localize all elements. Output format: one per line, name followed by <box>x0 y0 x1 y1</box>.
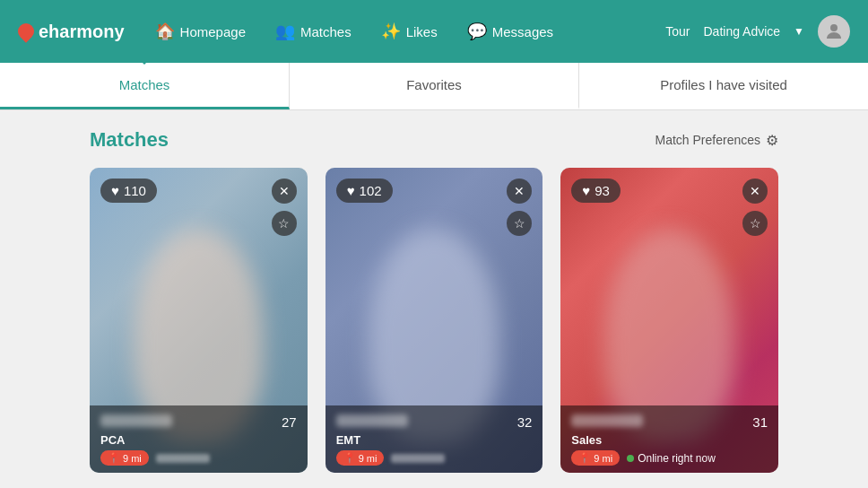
subnav-arrow <box>137 57 152 65</box>
likes-icon: ✨ <box>381 22 401 41</box>
nav-label-messages: Messages <box>492 24 553 39</box>
heart-icon-1: ♥ <box>111 183 119 198</box>
subnav-tab-visited[interactable]: Profiles I have visited <box>579 63 868 109</box>
logo[interactable]: eharmony <box>18 22 125 42</box>
tour-link[interactable]: Tour <box>665 24 690 39</box>
card-footer-1: 📍 9 mi <box>100 450 297 466</box>
location-mi-3: 9 mi <box>594 453 612 464</box>
main-nav: 🏠 Homepage 👥 Matches ✨ Likes 💬 Messages <box>152 14 558 48</box>
nav-label-likes: Likes <box>406 24 438 39</box>
home-icon: 🏠 <box>155 22 175 41</box>
heart-icon-3: ♥ <box>582 183 590 198</box>
subnav: Matches Favorites Profiles I have visite… <box>0 63 868 110</box>
location-badge-2: 📍 9 mi <box>336 450 385 466</box>
heart-count-3: 93 <box>595 183 610 198</box>
location-badge-3: 📍 9 mi <box>571 450 620 466</box>
card-footer-3: 📍 9 mi Online right now <box>571 450 768 466</box>
card-heart-count-3: ♥ 93 <box>571 179 621 203</box>
nav-item-homepage[interactable]: 🏠 Homepage <box>152 14 249 48</box>
card-job-2: EMT <box>336 433 533 447</box>
card-name-age-2: 32 <box>336 414 533 430</box>
card-close-btn-1[interactable]: ✕ <box>272 179 297 204</box>
location-mi-2: 9 mi <box>359 453 378 464</box>
card-job-3: Sales <box>571 433 768 447</box>
messages-icon: 💬 <box>467 22 487 41</box>
dropdown-arrow[interactable]: ▼ <box>794 25 804 38</box>
match-preferences-button[interactable]: Match Preferences ⚙ <box>655 132 779 149</box>
topbar: eharmony 🏠 Homepage 👥 Matches ✨ Likes 💬 <box>0 0 868 63</box>
match-card-3[interactable]: ♥ 93 ✕ ☆ 31 Sales 📍 9 mi Online right n <box>560 168 778 473</box>
card-age-1: 27 <box>282 414 297 430</box>
main-content: Matches Match Preferences ⚙ ♥ 110 ✕ ☆ 27… <box>0 110 868 488</box>
nav-label-homepage: Homepage <box>180 24 246 39</box>
nav-item-messages[interactable]: 💬 Messages <box>464 14 557 48</box>
filter-icon: ⚙ <box>766 132 778 149</box>
logo-icon <box>14 20 37 42</box>
logo-text: eharmony <box>39 22 125 42</box>
svg-point-0 <box>830 24 838 31</box>
location-mi-1: 9 mi <box>123 453 142 464</box>
card-name-age-3: 31 <box>571 414 768 430</box>
card-name-blur-1 <box>100 414 172 427</box>
match-card-2[interactable]: ♥ 102 ✕ ☆ 32 EMT 📍 9 mi <box>326 168 543 473</box>
card-bottom-3: 31 Sales 📍 9 mi Online right now <box>560 405 778 473</box>
match-prefs-label: Match Preferences <box>655 133 761 147</box>
card-age-3: 31 <box>752 414 768 430</box>
match-card-1[interactable]: ♥ 110 ✕ ☆ 27 PCA 📍 9 mi <box>90 168 308 473</box>
heart-icon-2: ♥ <box>347 183 355 198</box>
location-blur-2 <box>391 454 445 463</box>
topbar-left: eharmony 🏠 Homepage 👥 Matches ✨ Likes 💬 <box>18 14 557 48</box>
location-blur-1 <box>156 454 210 463</box>
card-heart-count-2: ♥ 102 <box>336 179 393 203</box>
card-heart-count-1: ♥ 110 <box>100 179 157 203</box>
nav-items: 🏠 Homepage 👥 Matches ✨ Likes 💬 Messages <box>152 14 558 48</box>
card-name-blur-2 <box>336 414 408 427</box>
card-star-btn-3[interactable]: ☆ <box>742 211 768 236</box>
heart-count-1: 110 <box>124 183 146 198</box>
heart-count-2: 102 <box>360 183 382 198</box>
online-label-3: Online right now <box>638 452 716 465</box>
subnav-tab-favorites[interactable]: Favorites <box>290 63 579 109</box>
avatar-icon <box>823 21 845 42</box>
subnav-label-visited: Profiles I have visited <box>660 77 787 92</box>
card-close-btn-3[interactable]: ✕ <box>742 179 768 204</box>
online-dot-3 <box>627 455 634 462</box>
cards-grid: ♥ 110 ✕ ☆ 27 PCA 📍 9 mi <box>90 168 778 473</box>
section-header: Matches Match Preferences ⚙ <box>90 128 778 152</box>
online-badge-3: Online right now <box>627 452 716 465</box>
subnav-label-matches: Matches <box>119 77 170 92</box>
subnav-tab-matches[interactable]: Matches <box>0 63 290 109</box>
card-name-age-1: 27 <box>100 414 297 430</box>
section-title: Matches <box>90 128 169 152</box>
card-bottom-1: 27 PCA 📍 9 mi <box>90 405 308 473</box>
matches-icon: 👥 <box>275 22 295 41</box>
location-badge-1: 📍 9 mi <box>100 450 149 466</box>
card-footer-2: 📍 9 mi <box>336 450 533 466</box>
card-bottom-2: 32 EMT 📍 9 mi <box>326 405 543 473</box>
card-age-2: 32 <box>517 414 533 430</box>
card-star-btn-1[interactable]: ☆ <box>272 211 297 236</box>
topbar-right: Tour Dating Advice ▼ <box>665 15 850 48</box>
nav-item-likes[interactable]: ✨ Likes <box>378 14 441 48</box>
card-job-1: PCA <box>100 433 297 447</box>
subnav-label-favorites: Favorites <box>406 77 462 92</box>
dating-advice-link[interactable]: Dating Advice <box>704 24 781 39</box>
card-name-blur-3 <box>571 414 643 427</box>
nav-item-matches[interactable]: 👥 Matches <box>272 14 355 48</box>
user-avatar[interactable] <box>818 15 850 48</box>
nav-label-matches: Matches <box>300 24 352 39</box>
